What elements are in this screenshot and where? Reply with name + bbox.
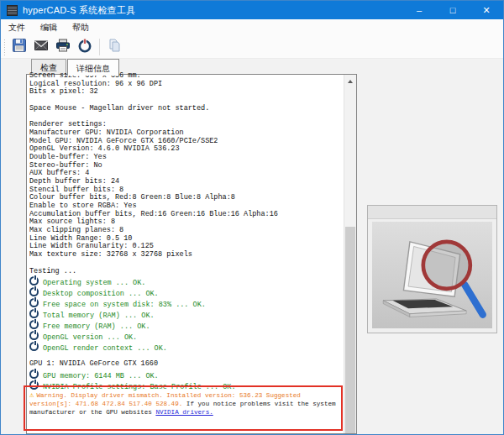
- print-button[interactable]: [52, 37, 74, 57]
- vertical-scrollbar[interactable]: [344, 75, 356, 433]
- print-icon: [55, 37, 71, 57]
- toolbar-separator: [99, 39, 100, 55]
- test-status-icon: [29, 380, 39, 390]
- console-line: Space Mouse - Magellan driver not starte…: [29, 105, 344, 113]
- save-button[interactable]: [8, 37, 30, 57]
- save-icon: [11, 37, 28, 57]
- console-line: OpenGL render context ... OK.: [29, 341, 344, 352]
- console-line: GPU 1: NVIDIA GeForce GTX 1660: [29, 360, 344, 369]
- console-line: NVIDIA Profile settings: Base Profile ..…: [29, 380, 344, 390]
- power-icon: [76, 37, 93, 57]
- power-button[interactable]: [74, 37, 96, 57]
- console-line: Total memory (RAM) ... OK.: [29, 308, 344, 319]
- copy-button[interactable]: [103, 37, 125, 57]
- window-controls: – □ ✕: [402, 1, 503, 19]
- console-line: Max texture size: 32768 x 32768 pixels: [29, 251, 344, 259]
- console-line: GPU memory: 6144 MB ... OK.: [29, 369, 344, 380]
- console-line: Free memory (RAM) ... OK.: [29, 319, 344, 330]
- maximize-button[interactable]: □: [436, 1, 470, 19]
- tab-details[interactable]: 详细信息: [67, 59, 119, 76]
- email-button[interactable]: [30, 37, 52, 57]
- app-icon: [7, 5, 18, 16]
- laptop-magnifier-icon: [374, 224, 491, 327]
- warning-icon: ⚠: [29, 391, 34, 400]
- window-title: hyperCAD-S 系统检查工具: [23, 4, 135, 17]
- menu-file[interactable]: 文件: [1, 20, 33, 35]
- test-status-icon: [29, 276, 39, 286]
- toolbar-grip: [3, 39, 7, 55]
- console-line: Desktop composition ... OK.: [29, 286, 344, 297]
- email-icon: [33, 37, 50, 57]
- console-line: Bits x pixel: 32: [29, 88, 344, 97]
- toolbar: [1, 35, 503, 59]
- console-line: Operating system ... OK.: [29, 275, 344, 286]
- menu-edit[interactable]: 编辑: [33, 20, 65, 35]
- menu-help[interactable]: 帮助: [65, 20, 97, 35]
- minimize-button[interactable]: –: [402, 1, 436, 19]
- scrollbar-thumb[interactable]: [345, 227, 355, 433]
- console-line: OpenGL version ... OK.: [29, 330, 344, 341]
- nvidia-drivers-link[interactable]: NVIDIA drivers.: [155, 409, 213, 416]
- illustration-panel-header: [368, 206, 496, 219]
- console-line: [29, 259, 344, 268]
- scroll-up-arrow-icon[interactable]: [344, 75, 356, 87]
- test-status-icon: [29, 320, 39, 329]
- test-status-icon: [29, 331, 39, 340]
- test-status-icon: [29, 287, 39, 296]
- console-line: ⚠Warning. Display driver mismatch. Insta…: [29, 391, 344, 417]
- menu-bar: 文件 编辑 帮助: [1, 19, 503, 36]
- test-status-icon: [29, 309, 39, 318]
- test-status-icon: [29, 298, 39, 307]
- console-output: Screen size: 697 x 356 mm.Logical resolu…: [29, 72, 344, 433]
- copy-icon: [106, 37, 123, 57]
- details-console[interactable]: Screen size: 697 x 356 mm.Logical resolu…: [26, 74, 357, 434]
- app-window: hyperCAD-S 系统检查工具 – □ ✕ 文件 编辑 帮助: [0, 0, 504, 435]
- console-line: Testing ...: [29, 268, 344, 276]
- illustration-panel: [367, 205, 497, 333]
- test-status-icon: [29, 369, 39, 379]
- test-status-icon: [29, 342, 39, 351]
- laptop-magnifier-illustration: [372, 222, 492, 328]
- close-button[interactable]: ✕: [470, 1, 503, 19]
- console-line: Free space on system disk: 83% ... OK.: [29, 297, 344, 308]
- title-bar: hyperCAD-S 系统检查工具 – □ ✕: [1, 1, 503, 19]
